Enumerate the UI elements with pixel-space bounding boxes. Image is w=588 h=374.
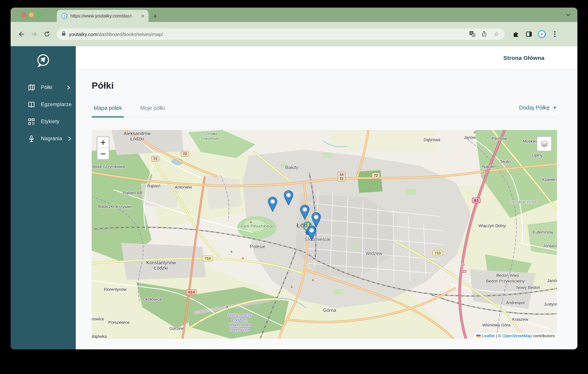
back-button[interactable] — [16, 29, 27, 39]
sidebar-item-label: Etykiety — [41, 119, 60, 124]
map-marker[interactable] — [284, 190, 293, 206]
new-tab-button[interactable]: + — [153, 12, 157, 20]
sidebar-item-nagrania[interactable]: Nagrania — [10, 130, 76, 147]
browser-menu-icon[interactable] — [550, 29, 559, 38]
tab-mapa-półek[interactable]: Mapa półek — [92, 103, 124, 118]
window-minimize-button[interactable] — [29, 12, 34, 17]
toolbar-right-icons — [512, 29, 559, 38]
map-layers-button[interactable] — [536, 136, 552, 151]
tab-strip: https://www.youtalky.com/dash × + — [10, 8, 578, 22]
map-attribution: Leaflet | © OpenStreetMap contributors — [474, 333, 557, 339]
reload-button[interactable] — [42, 29, 52, 39]
browser-window: https://www.youtalky.com/dash × + — [10, 8, 578, 349]
zoom-out-button[interactable]: − — [97, 148, 109, 159]
plus-icon: + — [553, 104, 557, 111]
page-tabs: Mapa półekMoje półki — [92, 103, 167, 117]
window-controls — [21, 12, 41, 17]
site-favicon-icon — [61, 13, 67, 19]
chevron-right-icon — [68, 136, 72, 141]
browser-tab[interactable]: https://www.youtalky.com/dash × — [57, 10, 148, 22]
share-icon[interactable] — [480, 29, 489, 38]
map-zoom-control: + − — [97, 136, 109, 160]
sidebar-item-label: Egzemplarze — [41, 102, 72, 107]
main-area: Strona Główna Półki Mapa półekMoje półki… — [76, 46, 578, 349]
tab-moje-półki[interactable]: Moje półki — [138, 103, 167, 118]
book-icon — [28, 101, 35, 108]
page-title: Półki — [92, 80, 557, 91]
add-shelf-button[interactable]: Dodaj Półkę + — [519, 104, 557, 117]
window-close-button[interactable] — [21, 12, 26, 17]
map-marker[interactable] — [300, 205, 309, 220]
mic-icon — [28, 135, 35, 142]
chevron-right-icon — [67, 85, 71, 90]
sidebar-item-półki[interactable]: Półki — [10, 79, 76, 96]
map-marker[interactable] — [268, 197, 277, 212]
extensions-puzzle-icon[interactable] — [512, 29, 521, 38]
tab-close-icon[interactable]: × — [140, 13, 146, 19]
lock-icon — [61, 31, 66, 37]
content-area: Półki Mapa półekMoje półki Dodaj Półkę + — [76, 69, 578, 349]
map-icon — [28, 84, 35, 91]
nav-home-link[interactable]: Strona Główna — [503, 54, 545, 61]
url-path: /dashboard/bookshelves/map/ — [97, 31, 163, 37]
qr-icon — [28, 118, 35, 125]
svg-text:A: A — [473, 34, 474, 37]
sidebar: PółkiEgzemplarzeEtykietyNagrania — [10, 46, 76, 349]
window-zoom-button[interactable] — [37, 12, 41, 17]
app-header: Strona Główna — [76, 46, 578, 69]
sidebar-item-label: Nagrania — [41, 136, 62, 141]
app-logo-icon[interactable] — [35, 52, 52, 69]
map[interactable]: Aleksandrów Łódzki„Dolina Sokołówki”Wola… — [92, 130, 557, 339]
forward-button[interactable] — [29, 29, 39, 39]
address-bar[interactable]: youtalky.com/dashboard/bookshelves/map/ … — [57, 28, 505, 40]
tabs-row: Mapa półekMoje półki Dodaj Półkę + — [92, 103, 557, 118]
sidebar-item-etykiety[interactable]: Etykiety — [10, 113, 76, 130]
web-page: PółkiEgzemplarzeEtykietyNagrania Strona … — [10, 46, 578, 349]
youtalky-extension-icon[interactable] — [537, 29, 546, 38]
zoom-in-button[interactable]: + — [97, 137, 109, 148]
translate-icon[interactable]: GA — [468, 29, 477, 38]
map-tiles — [92, 130, 557, 339]
side-panel-icon[interactable] — [524, 29, 534, 38]
sidebar-item-egzemplarze[interactable]: Egzemplarze — [10, 96, 76, 113]
sidebar-nav: PółkiEgzemplarzeEtykietyNagrania — [10, 79, 76, 147]
layers-icon — [539, 139, 549, 149]
sidebar-item-label: Półki — [41, 85, 52, 90]
browser-toolbar: youtalky.com/dashboard/bookshelves/map/ … — [10, 22, 578, 46]
tab-list-chevron-icon[interactable] — [566, 11, 571, 18]
add-shelf-label: Dodaj Półkę — [519, 104, 550, 111]
leaflet-link[interactable]: Leaflet — [482, 333, 495, 338]
map-marker[interactable] — [307, 225, 316, 241]
openstreetmap-link[interactable]: OpenStreetMap — [502, 333, 532, 338]
bookmark-star-icon[interactable]: ☆ — [492, 29, 501, 38]
tab-title: https://www.youtalky.com/dash — [71, 13, 137, 19]
ukraine-flag-icon — [476, 335, 481, 338]
screen: https://www.youtalky.com/dash × + — [0, 0, 588, 374]
url-host: youtalky.com — [69, 31, 97, 37]
